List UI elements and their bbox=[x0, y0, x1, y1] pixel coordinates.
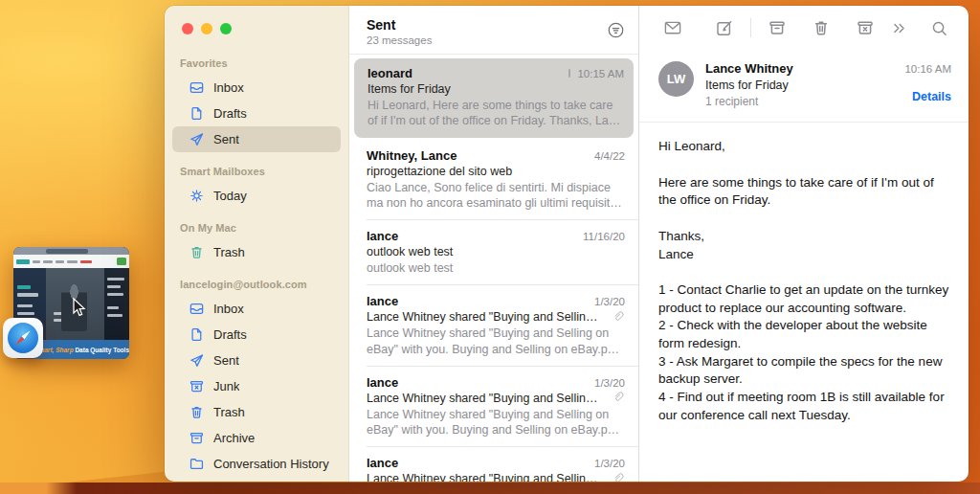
message-time: 10:16 AM bbox=[904, 63, 951, 75]
thumb-browser-toolbar bbox=[13, 255, 129, 268]
thumb-menu-item bbox=[33, 260, 40, 263]
reading-pane: LW Lance Whitney Items for Friday 1 reci… bbox=[638, 6, 969, 482]
sidebar-item-label: Today bbox=[213, 189, 247, 203]
sidebar-item-account-junk[interactable]: Junk bbox=[172, 373, 341, 399]
sidebar-item-label: Archive bbox=[213, 431, 255, 445]
message-sender: lance bbox=[367, 294, 594, 308]
zoom-button[interactable] bbox=[220, 23, 232, 34]
compose-icon bbox=[715, 18, 734, 37]
mailbox-title: Sent bbox=[367, 17, 623, 33]
archive-icon bbox=[189, 430, 205, 446]
message-header-text: Lance Whitney Items for Friday 1 recipie… bbox=[705, 61, 793, 108]
filter-icon bbox=[607, 21, 625, 39]
body-paragraph: Here are some things to take care of if … bbox=[658, 174, 949, 210]
sidebar-item-account-trash[interactable]: Trash bbox=[172, 399, 341, 425]
message-count: 23 messages bbox=[367, 34, 623, 46]
sidebar-section-smart-mailboxes: Smart Mailboxes Today bbox=[165, 166, 348, 209]
filter-button[interactable] bbox=[607, 21, 625, 43]
message-row[interactable]: lance11/16/20 outlook web test outlook w… bbox=[349, 220, 638, 285]
sidebar-item-account-drafts[interactable]: Drafts bbox=[172, 322, 341, 348]
message-sender: leonard bbox=[368, 66, 568, 80]
sidebar-item-inbox[interactable]: Inbox bbox=[172, 75, 341, 101]
message-preview: Lance Whitney shared "Buying and Selling… bbox=[367, 326, 625, 357]
sidebar-item-drafts[interactable]: Drafts bbox=[172, 101, 341, 126]
sidebar-section-account: lancelogin@outlook.com Inbox Drafts Sent… bbox=[165, 279, 348, 477]
sidebar-item-label: Junk bbox=[213, 379, 239, 393]
search-button[interactable] bbox=[926, 15, 951, 40]
message-row-selected[interactable]: leonard10:15 AM Items for Friday Hi Leon… bbox=[354, 58, 634, 138]
sidebar-item-account-inbox[interactable]: Inbox bbox=[172, 296, 341, 322]
message-sender: lance bbox=[367, 456, 594, 470]
more-toolbar-items-button[interactable] bbox=[886, 15, 911, 40]
safari-icon[interactable] bbox=[3, 318, 43, 358]
delete-button[interactable] bbox=[809, 15, 834, 40]
section-title: Smart Mailboxes bbox=[165, 166, 348, 177]
thumb-menu-item bbox=[56, 260, 64, 263]
sidebar-item-account-sent[interactable]: Sent bbox=[172, 348, 341, 373]
draft-icon bbox=[189, 105, 205, 122]
message-row[interactable]: lance1/3/20 Lance Whitney shared "Buying… bbox=[349, 285, 638, 367]
folder-icon bbox=[189, 456, 205, 472]
message-time: 10:15 AM bbox=[577, 68, 624, 79]
message-subject: riprogettazione del sito web bbox=[367, 165, 625, 178]
message-preview: Ciao Lance, Sono felice di sentirti. Mi … bbox=[367, 180, 625, 212]
safari-compass bbox=[8, 323, 38, 353]
message-header-right: 10:16 AM Details bbox=[904, 63, 951, 103]
thumb-banner-rest: Data Quality Tools bbox=[74, 347, 129, 353]
trash-icon bbox=[189, 404, 205, 420]
gear-icon bbox=[189, 188, 205, 204]
message-list-header: Sent 23 messages bbox=[349, 6, 638, 55]
thumb-menu-item bbox=[67, 260, 78, 263]
message-rows: leonard10:15 AM Items for Friday Hi Leon… bbox=[349, 55, 638, 482]
sidebar-item-label: Sent bbox=[213, 353, 239, 368]
mail-window: Favorites Inbox Drafts Sent Smart Mailbo… bbox=[165, 6, 969, 482]
compose-button[interactable] bbox=[712, 15, 737, 40]
message-subject: Lance Whitney shared "Buying and Sellin… bbox=[367, 472, 607, 482]
inbox-icon bbox=[189, 79, 205, 96]
body-signature: Lance bbox=[658, 246, 949, 264]
message-row[interactable]: lance1/3/20 Lance Whitney shared "Buying… bbox=[349, 367, 638, 448]
sidebar-item-label: Inbox bbox=[213, 80, 244, 95]
get-mail-button[interactable] bbox=[660, 15, 685, 40]
trash-icon bbox=[189, 244, 205, 260]
inbox-icon bbox=[189, 301, 205, 317]
thumb-hero-right bbox=[104, 268, 129, 340]
message-header: LW Lance Whitney Items for Friday 1 reci… bbox=[639, 50, 969, 123]
mouse-cursor bbox=[71, 297, 86, 318]
body-list-item: 2 - Check with the developer about the w… bbox=[658, 317, 949, 352]
desktop: Smart, Sharp Data Quality Tools Favorite… bbox=[0, 0, 980, 494]
thumb-menu-item bbox=[80, 260, 92, 263]
section-title: On My Mac bbox=[165, 222, 348, 234]
message-body: Hi Leonard, Here are some things to take… bbox=[639, 123, 969, 439]
mail-toolbar bbox=[639, 6, 969, 50]
window-controls bbox=[165, 23, 348, 34]
sent-icon bbox=[189, 352, 205, 369]
archive-button[interactable] bbox=[765, 15, 790, 40]
close-button[interactable] bbox=[182, 23, 193, 34]
message-time: 11/16/20 bbox=[583, 231, 625, 242]
sidebar-item-trash-local[interactable]: Trash bbox=[172, 239, 341, 265]
sidebar-item-sent[interactable]: Sent bbox=[172, 126, 341, 152]
sidebar-item-label: Trash bbox=[213, 245, 245, 259]
message-row[interactable]: lance1/3/20 Lance Whitney shared "Buying… bbox=[349, 447, 638, 482]
sidebar-item-account-archive[interactable]: Archive bbox=[172, 425, 341, 451]
message-sender: Whitney, Lance bbox=[367, 148, 594, 163]
sidebar-item-today[interactable]: Today bbox=[172, 183, 341, 209]
details-link[interactable]: Details bbox=[904, 90, 951, 103]
message-preview: Lance Whitney shared "Buying and Selling… bbox=[367, 407, 625, 438]
message-subject: Lance Whitney shared "Buying and Sellin… bbox=[367, 310, 607, 324]
sidebar-item-label: Conversation History bbox=[213, 457, 329, 471]
junk-button[interactable] bbox=[853, 15, 878, 40]
message-subject: Items for Friday bbox=[705, 79, 793, 92]
message-list: Sent 23 messages leonard10:15 AM Items f… bbox=[349, 6, 638, 482]
minimize-button[interactable] bbox=[201, 23, 212, 34]
message-subject: Lance Whitney shared "Buying and Sellin… bbox=[367, 392, 607, 405]
sidebar-section-favorites: Favorites Inbox Drafts Sent bbox=[165, 57, 348, 152]
body-greeting: Hi Leonard, bbox=[658, 138, 949, 156]
message-preview: Hi Leonard, Here are some things to take… bbox=[368, 98, 624, 129]
message-sender: lance bbox=[367, 229, 583, 243]
message-row[interactable]: Whitney, Lance4/4/22 riprogettazione del… bbox=[349, 140, 638, 221]
body-list-item: 3 - Ask Margaret to compile the specs fo… bbox=[658, 353, 949, 389]
sidebar-item-conversation-history[interactable]: Conversation History bbox=[172, 451, 341, 477]
mail-sidebar: Favorites Inbox Drafts Sent Smart Mailbo… bbox=[165, 6, 349, 482]
